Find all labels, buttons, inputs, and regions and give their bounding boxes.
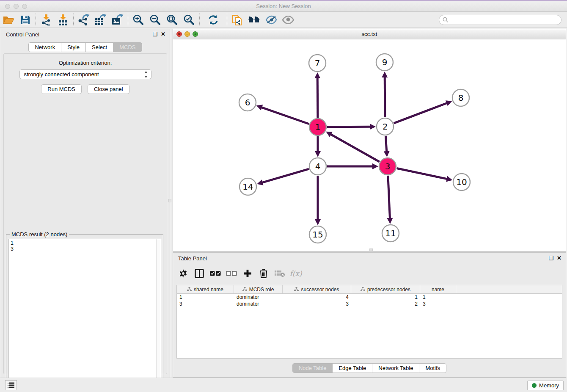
table-cell[interactable]: dominator — [234, 301, 283, 307]
graph-edge-3-10[interactable] — [397, 168, 448, 179]
graph-edge-4-14[interactable] — [261, 169, 309, 183]
graph-edge-1-6[interactable] — [261, 107, 309, 124]
column-header-successor-nodes[interactable]: successor nodes — [283, 285, 351, 293]
zoom-fit-icon[interactable] — [164, 13, 181, 27]
memory-button-label: Memory — [539, 382, 559, 389]
table-cell[interactable]: 3 — [420, 301, 456, 307]
table-cell[interactable]: 1 — [177, 294, 234, 300]
graph-edge-2-3[interactable] — [385, 136, 386, 152]
table-cell[interactable]: 1 — [351, 294, 420, 300]
graph-arrowhead — [315, 151, 321, 157]
tab-select[interactable]: Select — [85, 42, 113, 52]
graph-arrowhead — [370, 124, 376, 130]
column-header-MCDS-role[interactable]: MCDS role — [234, 285, 283, 293]
table-split-view-icon[interactable] — [193, 267, 206, 280]
table-cell[interactable]: dominator — [234, 294, 283, 300]
export-table-icon[interactable] — [92, 13, 109, 27]
graph-node-label-15: 15 — [312, 229, 323, 240]
graph-node-label-1: 1 — [315, 122, 321, 132]
zoom-selected-icon[interactable] — [181, 13, 198, 27]
mcds-result-title: MCDS result (2 nodes) — [10, 231, 69, 237]
search-field[interactable] — [439, 15, 561, 25]
zoom-in-icon[interactable] — [130, 13, 147, 27]
tab-network-table[interactable]: Network Table — [372, 363, 419, 373]
graph-edge-1-2[interactable] — [327, 127, 371, 127]
network-graph-svg: 7968124314101511 — [173, 39, 566, 251]
graph-edge-3-11[interactable] — [388, 176, 390, 219]
canvas-scroll-grip[interactable] — [369, 248, 373, 251]
import-table-icon[interactable] — [55, 13, 72, 27]
control-panel-tabs: Network Style Select MCDS — [1, 42, 170, 52]
open-session-icon[interactable] — [0, 13, 17, 27]
network-canvas[interactable]: 7968124314101511 — [173, 39, 566, 251]
close-panel-button[interactable]: Close panel — [88, 84, 129, 94]
graph-edge-2-8[interactable] — [394, 103, 448, 123]
dropdown-stepper-icon — [144, 71, 149, 78]
export-network-icon[interactable] — [75, 13, 92, 27]
node-table[interactable]: shared nameMCDS rolesuccessor nodesprede… — [176, 285, 562, 359]
tab-motifs[interactable]: Motifs — [419, 363, 446, 373]
delete-table-icon[interactable] — [273, 267, 286, 280]
graph-edge-2-9[interactable] — [385, 76, 385, 117]
graph-arrowhead — [315, 219, 321, 225]
delete-column-icon[interactable] — [257, 267, 270, 280]
main-toolbar — [0, 12, 567, 28]
add-column-icon[interactable] — [241, 267, 254, 280]
tab-mcds[interactable]: MCDS — [113, 42, 142, 52]
show-all-eye-icon[interactable] — [280, 13, 297, 27]
column-header-name[interactable]: name — [420, 285, 456, 293]
save-session-icon[interactable] — [17, 13, 34, 27]
network-window-title: scc.txt — [173, 31, 566, 37]
zoom-out-icon[interactable] — [147, 13, 164, 27]
network-view-window: ✕ − + scc.txt 7968124314101511 — [173, 29, 566, 251]
table-tabs: Node Table Edge Table Network Table Moti… — [173, 363, 566, 373]
close-panel-icon[interactable]: ✕ — [161, 31, 165, 38]
table-cell[interactable]: 1 — [420, 294, 456, 300]
close-table-panel-icon[interactable]: ✕ — [557, 255, 561, 262]
optimization-criterion-label: Optimization criterion: — [4, 60, 167, 66]
table-cell[interactable]: 4 — [283, 294, 351, 300]
home-views-icon[interactable] — [246, 13, 263, 27]
table-toolbar: f(x) — [176, 265, 562, 282]
graph-node-label-6: 6 — [245, 97, 250, 108]
criterion-dropdown[interactable]: strongly connected component — [19, 69, 151, 79]
table-cell[interactable]: 3 — [283, 301, 351, 307]
hide-selected-eye-icon[interactable] — [263, 13, 280, 27]
tab-edge-table[interactable]: Edge Table — [332, 363, 372, 373]
graph-edge-1-7[interactable] — [317, 77, 318, 118]
import-network-icon[interactable] — [38, 13, 55, 27]
table-header-row: shared nameMCDS rolesuccessor nodesprede… — [177, 285, 562, 294]
panel-splitter-grip[interactable] — [168, 199, 171, 202]
graph-node-label-8: 8 — [458, 93, 464, 103]
float-table-panel-icon[interactable]: ❑ — [548, 255, 553, 262]
float-panel-icon[interactable]: ❑ — [152, 31, 157, 38]
tab-network[interactable]: Network — [28, 42, 61, 52]
table-cell[interactable]: 2 — [351, 301, 420, 307]
column-header-shared-name[interactable]: shared name — [177, 285, 234, 293]
search-input[interactable] — [449, 17, 561, 23]
table-cell[interactable]: 3 — [177, 301, 234, 307]
graph-arrowhead — [446, 176, 452, 182]
status-bar: Memory — [0, 378, 567, 392]
graph-edge-3-1[interactable] — [330, 134, 380, 162]
table-row[interactable]: 3dominator323 — [177, 301, 562, 307]
memory-button[interactable]: Memory — [527, 381, 564, 390]
mcds-result-scrollbar[interactable] — [156, 239, 161, 392]
refresh-layout-icon[interactable] — [205, 13, 222, 27]
table-settings-icon[interactable] — [176, 267, 190, 280]
application-window: Session: New Session — [0, 0, 567, 392]
select-all-columns-icon[interactable] — [209, 267, 222, 280]
tab-node-table[interactable]: Node Table — [292, 363, 333, 373]
table-row[interactable]: 1dominator411 — [177, 294, 562, 301]
first-neighbors-icon[interactable] — [229, 13, 246, 27]
graph-arrowhead — [314, 72, 320, 78]
function-builder-icon[interactable]: f(x) — [289, 267, 303, 280]
run-mcds-button[interactable]: Run MCDS — [41, 84, 82, 94]
network-window-titlebar[interactable]: ✕ − + scc.txt — [173, 29, 566, 39]
column-header-predecessor-nodes[interactable]: predecessor nodes — [351, 285, 420, 293]
task-history-button[interactable] — [5, 380, 17, 390]
deselect-all-columns-icon[interactable] — [225, 267, 238, 280]
export-image-icon[interactable] — [109, 13, 126, 27]
tab-style[interactable]: Style — [61, 42, 85, 52]
graph-node-label-9: 9 — [382, 57, 388, 67]
